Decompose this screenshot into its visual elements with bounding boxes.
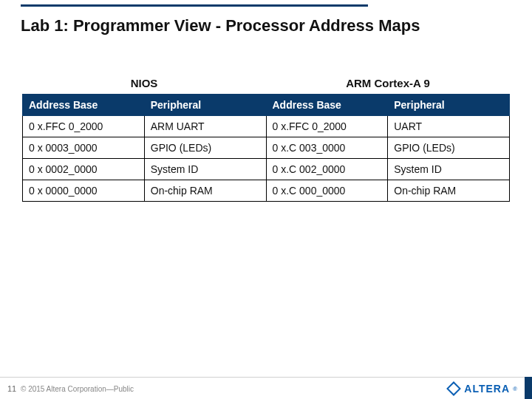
table-row: 0 x 0003_0000 GPIO (LEDs) 0 x.C 003_0000… xyxy=(23,137,510,159)
th-periph-left: Peripheral xyxy=(144,95,266,116)
cell: 0 x 0003_0000 xyxy=(23,137,145,159)
cell: GPIO (LEDs) xyxy=(144,137,266,159)
cell: System ID xyxy=(144,159,266,180)
table-header-row: Address Base Peripheral Address Base Per… xyxy=(23,95,510,116)
table-row: 0 x 0000_0000 On-chip RAM 0 x.C 000_0000… xyxy=(23,180,510,202)
altera-logo: ALTERA ® xyxy=(446,381,517,396)
cell: On-chip RAM xyxy=(388,180,510,202)
cell: 0 x.C 000_0000 xyxy=(266,180,388,202)
th-addr-right: Address Base xyxy=(266,95,388,116)
cell: 0 x.FFC 0_2000 xyxy=(266,116,388,137)
cell: 0 x 0002_0000 xyxy=(23,159,145,180)
chip-icon xyxy=(446,381,461,396)
cell: 0 x.C 003_0000 xyxy=(266,137,388,159)
address-map-grid: NIOS ARM Cortex-A 9 Address Base Periphe… xyxy=(22,77,510,202)
cell: 0 x.FFC 0_2000 xyxy=(23,116,145,137)
cell: ARM UART xyxy=(144,116,266,137)
cell: 0 x.C 002_0000 xyxy=(266,159,388,180)
col-group-right: ARM Cortex-A 9 xyxy=(266,77,510,89)
column-group-labels: NIOS ARM Cortex-A 9 xyxy=(22,77,510,89)
col-group-left: NIOS xyxy=(22,77,266,89)
th-addr-left: Address Base xyxy=(23,95,145,116)
address-map-table: Address Base Peripheral Address Base Per… xyxy=(22,94,510,202)
cell: GPIO (LEDs) xyxy=(388,137,510,159)
table-row: 0 x 0002_0000 System ID 0 x.C 002_0000 S… xyxy=(23,159,510,180)
registered-mark: ® xyxy=(513,386,517,392)
copyright-text: © 2015 Altera Corporation—Public xyxy=(21,385,134,393)
cell: System ID xyxy=(388,159,510,180)
page-number: 11 xyxy=(7,384,16,393)
cell: UART xyxy=(388,116,510,137)
slide-title: Lab 1: Programmer View - Processor Addre… xyxy=(21,16,420,35)
header-rule xyxy=(21,4,368,7)
footer-accent xyxy=(525,377,532,399)
cell: 0 x 0000_0000 xyxy=(23,180,145,202)
table-row: 0 x.FFC 0_2000 ARM UART 0 x.FFC 0_2000 U… xyxy=(23,116,510,137)
cell: On-chip RAM xyxy=(144,180,266,202)
th-periph-right: Peripheral xyxy=(388,95,510,116)
footer: 11 © 2015 Altera Corporation—Public ALTE… xyxy=(0,377,532,399)
logo-text: ALTERA xyxy=(464,383,510,395)
